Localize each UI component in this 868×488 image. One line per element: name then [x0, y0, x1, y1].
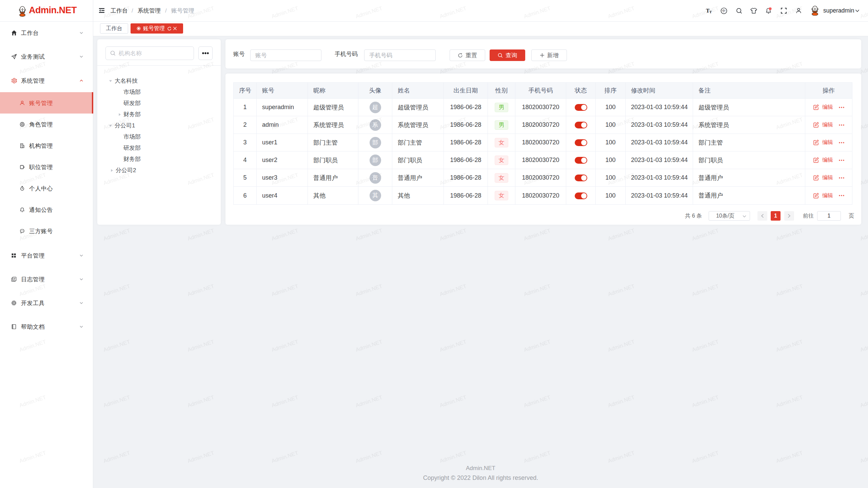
svg-text:T: T [709, 10, 712, 14]
svg-text:中: 中 [722, 8, 726, 13]
